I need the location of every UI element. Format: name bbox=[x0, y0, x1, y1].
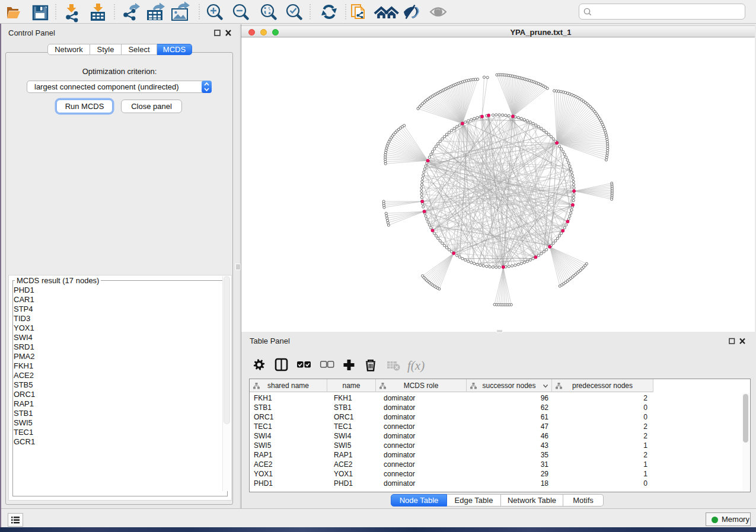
svg-text:f(x): f(x) bbox=[407, 358, 425, 373]
